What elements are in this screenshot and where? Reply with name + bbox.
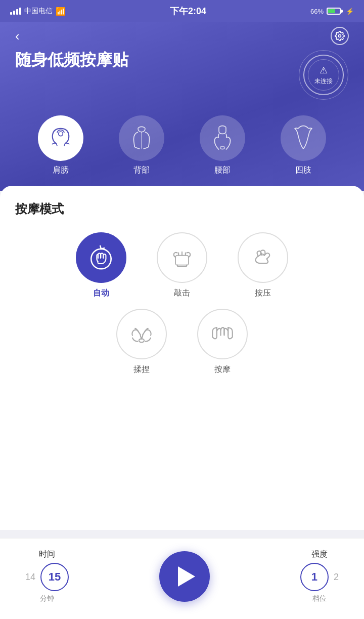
battery-percent: 66% [310, 8, 324, 15]
svg-point-1 [59, 132, 63, 136]
svg-rect-3 [175, 256, 189, 265]
mode-label-auto: 自动 [93, 288, 109, 299]
svg-point-2 [220, 146, 225, 149]
svg-point-0 [339, 35, 341, 37]
body-part-label-waist: 腰部 [214, 165, 231, 176]
body-part-circle-shoulder [38, 115, 83, 161]
time-previous: 14 [25, 572, 35, 583]
connection-status: 未连接 [314, 77, 333, 86]
play-icon [178, 566, 195, 587]
mode-label-massage: 按摩 [214, 364, 231, 375]
section-title: 按摩模式 [15, 201, 349, 217]
carrier-label: 中国电信 [24, 7, 53, 16]
svg-point-7 [139, 339, 144, 342]
mode-knead[interactable]: 揉捏 [116, 309, 167, 375]
body-part-waist[interactable]: 腰部 [200, 115, 245, 176]
body-part-selector: 肩膀 背部 [15, 115, 349, 176]
play-button[interactable] [159, 551, 210, 602]
time-label: 时间 [39, 549, 55, 560]
time-current-display[interactable]: 15 [40, 563, 69, 591]
intensity-label: 强度 [311, 549, 328, 560]
body-part-circle-limbs [281, 115, 326, 161]
back-button[interactable]: ‹ [15, 29, 20, 43]
mode-tap[interactable]: 敲击 [157, 232, 207, 299]
body-part-limbs[interactable]: 四肢 [281, 115, 326, 176]
mode-circle-auto [76, 232, 126, 283]
body-part-back[interactable]: 背部 [119, 115, 164, 176]
mode-circle-massage [197, 309, 248, 359]
time-unit: 分钟 [40, 594, 54, 603]
bottom-spacer [15, 375, 349, 466]
bottom-controls: 时间 14 15 分钟 强度 1 2 档位 [0, 538, 364, 619]
mode-circle-press [238, 232, 288, 283]
intensity-section: 强度 1 2 档位 [300, 549, 339, 603]
mode-label-press: 按压 [255, 288, 271, 299]
mode-label-knead: 揉捏 [133, 364, 150, 375]
body-part-label-limbs: 四肢 [295, 165, 311, 176]
time-row: 14 15 [25, 563, 69, 591]
status-right: 66% ⚡ [310, 8, 354, 15]
intensity-row: 1 2 [300, 563, 339, 591]
clock: 下午2:04 [170, 5, 206, 17]
wifi-icon: 📶 [56, 7, 66, 16]
modes-row-2: 揉捏 [15, 309, 349, 375]
body-part-label-shoulder: 肩膀 [53, 165, 69, 176]
app-title: 随身低频按摩贴 [15, 50, 128, 71]
mode-auto[interactable]: 自动 [76, 232, 126, 299]
connection-indicator[interactable]: ⚠ 未连接 [298, 50, 349, 100]
status-bar: 中国电信 📶 下午2:04 66% ⚡ [0, 0, 364, 22]
intensity-next: 2 [334, 572, 339, 583]
body-part-shoulder[interactable]: 肩膀 [38, 115, 83, 176]
body-part-circle-back [119, 115, 164, 161]
time-section: 时间 14 15 分钟 [25, 549, 69, 603]
connection-circle: ⚠ 未连接 [303, 55, 344, 95]
mode-press[interactable]: 按压 [238, 232, 288, 299]
header-content: 随身低频按摩贴 ⚠ 未连接 [15, 50, 349, 100]
main-content: 按摩模式 [0, 186, 364, 530]
warning-icon: ⚠ [320, 65, 328, 76]
massage-modes: 自动 [15, 232, 349, 375]
battery-icon [327, 8, 343, 15]
charging-icon: ⚡ [346, 8, 354, 15]
mode-label-tap: 敲击 [174, 288, 190, 299]
body-part-circle-waist [200, 115, 245, 161]
modes-row-1: 自动 [15, 232, 349, 299]
body-part-label-back: 背部 [133, 165, 150, 176]
settings-button[interactable] [331, 27, 349, 45]
header-nav: ‹ [15, 22, 349, 50]
mode-massage[interactable]: 按摩 [197, 309, 248, 375]
intensity-current-display[interactable]: 1 [300, 563, 329, 591]
signal-icon [10, 8, 21, 15]
intensity-unit: 档位 [312, 594, 327, 603]
mode-circle-knead [116, 309, 167, 359]
status-left: 中国电信 📶 [10, 7, 66, 16]
header: ‹ 随身低频按摩贴 ⚠ 未连接 [0, 22, 364, 191]
mode-circle-tap [157, 232, 207, 283]
